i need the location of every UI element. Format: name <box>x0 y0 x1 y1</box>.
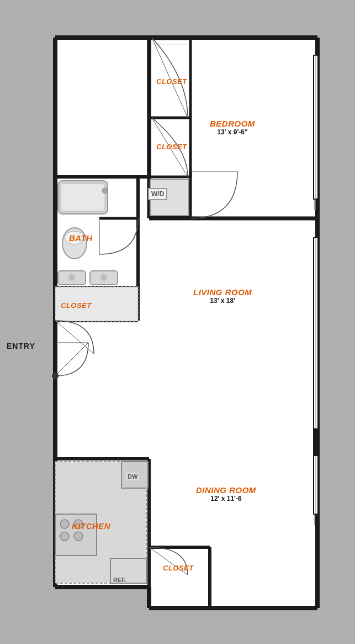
ref-label: REF. <box>113 577 126 583</box>
svg-point-48 <box>60 532 69 541</box>
svg-rect-69 <box>314 428 318 456</box>
living-room-label: LIVING ROOM 13' x 18' <box>193 287 252 305</box>
svg-point-40 <box>68 274 75 281</box>
floor-plan: BEDROOM 13' x 9'-6" BATH LIVING ROOM 13'… <box>0 0 355 644</box>
dining-room-label: DINING ROOM 12' x 11'-6 <box>196 485 256 502</box>
closet1-label: CLOSET <box>156 77 187 86</box>
svg-point-49 <box>74 532 83 541</box>
closet4-label: CLOSET <box>163 564 194 572</box>
closet2-label: CLOSET <box>156 143 187 151</box>
svg-point-46 <box>60 520 69 528</box>
wd-label: W/D <box>148 188 167 200</box>
svg-rect-34 <box>61 184 105 211</box>
svg-rect-2 <box>264 608 355 644</box>
bedroom-label: BEDROOM 13' x 9'-6" <box>210 119 255 136</box>
svg-point-35 <box>102 188 108 193</box>
entry-label: ENTRY <box>7 342 35 350</box>
svg-point-64 <box>52 373 59 379</box>
closet3-label: CLOSET <box>61 301 92 310</box>
svg-point-41 <box>100 274 107 281</box>
bath-label: BATH <box>69 233 93 243</box>
dw-label: DW <box>126 473 139 480</box>
kitchen-label: KITCHEN <box>72 521 110 531</box>
